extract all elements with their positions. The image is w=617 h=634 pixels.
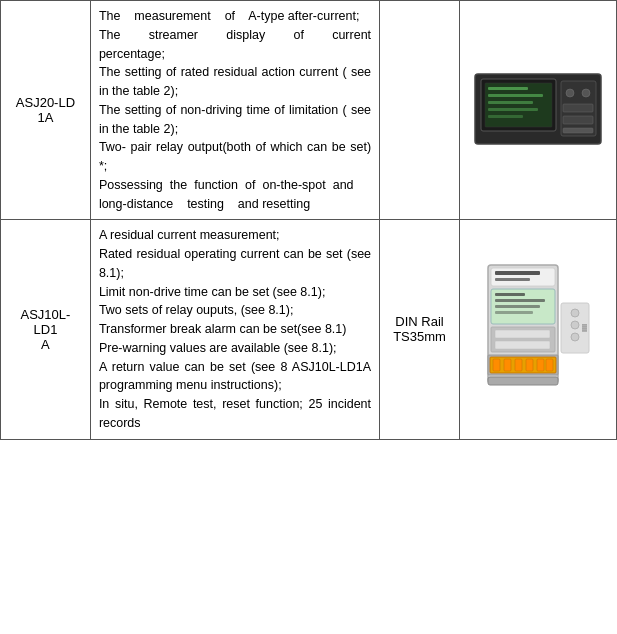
svg-point-38 [571, 321, 579, 329]
svg-rect-12 [563, 116, 593, 124]
desc-line-4: The setting of non-driving time of limit… [99, 103, 371, 136]
mount-asj10: DIN RailTS35mm [380, 220, 460, 439]
product-row-2: ASJ10L-LD1A A residual current measureme… [1, 220, 617, 439]
svg-rect-6 [488, 108, 538, 111]
svg-rect-32 [537, 359, 544, 371]
description-asj10: A residual current measurement; Rated re… [90, 220, 379, 439]
desc2-line-5: Transformer break alarm can be set(see 8… [99, 322, 347, 336]
model-asj10: ASJ10L-LD1A [1, 220, 91, 439]
desc-line-3: The setting of rated residual action cur… [99, 65, 371, 98]
svg-point-37 [571, 309, 579, 317]
svg-point-9 [566, 89, 574, 97]
desc2-line-3: Limit non-drive time can be set (see 8.1… [99, 285, 326, 299]
description-asj20: The measurement of A-type after-current;… [90, 1, 379, 220]
svg-rect-3 [488, 87, 528, 90]
svg-rect-31 [526, 359, 533, 371]
svg-rect-34 [488, 377, 558, 385]
svg-rect-16 [495, 271, 540, 275]
svg-rect-28 [493, 359, 500, 371]
svg-rect-30 [515, 359, 522, 371]
svg-rect-15 [491, 268, 555, 286]
product-image-asj10: IIII [483, 263, 593, 393]
svg-rect-24 [495, 330, 550, 338]
desc2-line-7: A return value can be set (see 8 ASJ10L-… [99, 360, 371, 393]
mount-asj20 [380, 1, 460, 220]
desc-line-6: Possessing the function of on-the-spot a… [99, 178, 371, 211]
svg-text:IIII: IIII [581, 324, 588, 332]
image-cell-asj10: IIII [460, 220, 617, 439]
svg-rect-5 [488, 101, 533, 104]
svg-rect-17 [495, 278, 530, 281]
svg-point-10 [582, 89, 590, 97]
image-cell-asj20 [460, 1, 617, 220]
svg-rect-13 [563, 128, 593, 133]
svg-rect-33 [546, 359, 553, 371]
svg-rect-19 [495, 293, 525, 296]
svg-rect-25 [495, 341, 550, 349]
desc-line-2: The streamer display of current percenta… [99, 28, 371, 61]
svg-rect-20 [495, 299, 545, 302]
svg-rect-4 [488, 94, 543, 97]
desc-line-1: The measurement of A-type after-current; [99, 9, 360, 23]
model-asj20: ASJ20-LD1A [1, 1, 91, 220]
svg-rect-22 [495, 311, 533, 314]
desc2-line-6: Pre-warning values are available (see 8.… [99, 341, 337, 355]
svg-rect-21 [495, 305, 540, 308]
svg-rect-7 [488, 115, 523, 118]
desc2-line-2: Rated residual operating current can be … [99, 247, 371, 280]
svg-point-39 [571, 333, 579, 341]
desc2-line-1: A residual current measurement; [99, 228, 280, 242]
svg-rect-29 [504, 359, 511, 371]
product-image-asj20 [473, 69, 603, 149]
product-row-1: ASJ20-LD1A The measurement of A-type aft… [1, 1, 617, 220]
desc-line-5: Two- pair relay output(both of which can… [99, 140, 371, 173]
desc2-line-4: Two sets of relay ouputs, (see 8.1); [99, 303, 294, 317]
desc2-line-8: In situ, Remote test, reset function; 25… [99, 397, 371, 430]
svg-rect-11 [563, 104, 593, 112]
